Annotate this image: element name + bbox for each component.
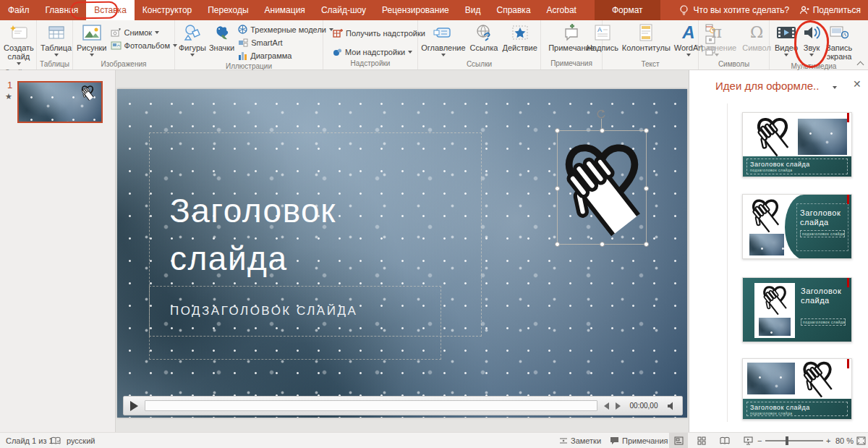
svg-text:A: A <box>597 26 602 33</box>
design-ideas-close-icon[interactable]: ✕ <box>853 78 861 90</box>
audio-step-forward-button[interactable] <box>616 402 621 410</box>
design-idea-3[interactable]: Заголовок слайда подзаголовок слайда <box>742 277 852 342</box>
get-addins-label: Получить надстройки <box>346 29 425 38</box>
fit-to-window-button[interactable] <box>856 433 866 448</box>
design-accent-mark <box>847 195 849 204</box>
3d-models-label: Трехмерные модели <box>250 25 326 34</box>
design-idea-4[interactable]: Заголовок слайда подзаголовок слайда <box>742 358 852 420</box>
textbox-button[interactable]: A Надпись <box>585 22 620 59</box>
resize-handle-w[interactable] <box>555 186 560 191</box>
audio-speaker-icon <box>802 22 821 43</box>
group-tables-label: Таблицы <box>37 59 72 69</box>
slide-editing-surface[interactable]: Заголовок слайда ПОДЗАГОЛОВОК СЛАЙДА <box>117 89 687 418</box>
resize-handle-ne[interactable] <box>644 128 649 133</box>
resize-handle-s[interactable] <box>600 242 605 247</box>
selected-icon-frame[interactable] <box>557 130 647 245</box>
comments-button[interactable]: Примечания <box>610 433 668 448</box>
view-slideshow-button[interactable] <box>739 433 757 448</box>
new-slide-caret <box>17 62 21 67</box>
design-ideas-caret[interactable] <box>833 86 837 91</box>
tab-design[interactable]: Конструктор <box>135 0 200 20</box>
shapes-label: Фигуры <box>179 43 206 52</box>
heart-hand-icon[interactable] <box>562 135 642 240</box>
zoom-in-button[interactable]: + <box>826 433 830 448</box>
resize-handle-n[interactable] <box>600 128 605 133</box>
tab-transitions[interactable]: Переходы <box>200 0 256 20</box>
zoom-slider-track[interactable] <box>765 440 823 441</box>
language-indicator[interactable]: русский <box>67 433 95 448</box>
photo-album-button[interactable]: Фотоальбом <box>109 39 180 51</box>
pictures-button[interactable]: Рисунки <box>75 22 109 59</box>
zoom-level[interactable]: 80 % <box>835 433 854 448</box>
my-addins-button[interactable]: Мои надстройки <box>331 46 427 58</box>
icons-button[interactable]: Значки <box>208 22 236 62</box>
design-accent-mark <box>847 113 849 122</box>
tab-acrobat[interactable]: Acrobat <box>539 0 584 20</box>
heart-hand-icon-mini <box>750 198 780 232</box>
chart-button[interactable]: Диаграмма <box>236 49 336 62</box>
slide-1-thumbnail[interactable] <box>17 81 103 123</box>
smartart-button[interactable]: SmartArt <box>236 36 336 48</box>
view-reading-button[interactable] <box>715 433 734 448</box>
tab-file[interactable]: Файл <box>0 0 38 20</box>
share-button[interactable]: Поделиться <box>799 0 861 20</box>
new-slide-button[interactable]: Создать слайд <box>2 22 35 68</box>
heart-hand-icon-mini <box>81 85 94 101</box>
view-sorter-button[interactable] <box>692 433 711 448</box>
tab-view[interactable]: Вид <box>457 0 489 20</box>
design-ideas-divider <box>727 103 728 422</box>
view-normal-button[interactable] <box>669 433 688 448</box>
3d-models-button[interactable]: Трехмерные модели <box>236 23 336 35</box>
tab-slideshow[interactable]: Слайд-шоу <box>313 0 374 20</box>
screen-recording-button[interactable]: Запись экрана <box>824 22 854 62</box>
resize-handle-se[interactable] <box>644 242 649 247</box>
group-comments-label: Примечания <box>541 59 602 69</box>
design-accent-mark <box>847 278 849 287</box>
design-accent-mark <box>847 359 849 368</box>
audio-step-back-button[interactable] <box>604 402 609 410</box>
design-idea-subtitle: подзаголовок слайда <box>801 318 846 326</box>
icons-bird-icon <box>213 22 231 43</box>
collapse-ribbon-button[interactable] <box>857 60 864 67</box>
tab-format[interactable]: Формат <box>595 0 660 20</box>
design-idea-subtitle: подзаголовок слайда <box>800 230 845 237</box>
toc-button[interactable]: Оглавление <box>420 22 467 59</box>
pictures-icon <box>82 22 102 43</box>
subtitle-placeholder[interactable]: ПОДЗАГОЛОВОК СЛАЙДА <box>149 286 441 360</box>
table-button[interactable]: Таблица <box>39 22 73 59</box>
audio-progress-track[interactable] <box>145 400 597 411</box>
notes-button[interactable]: Заметки <box>559 433 601 448</box>
get-addins-button[interactable]: Получить надстройки <box>331 27 427 39</box>
resize-handle-e[interactable] <box>644 186 649 191</box>
tell-me-search[interactable]: Что вы хотите сделать? <box>679 0 790 20</box>
spellcheck-icon[interactable] <box>51 433 61 448</box>
resize-handle-nw[interactable] <box>555 128 560 133</box>
zoom-out-button[interactable]: − <box>757 433 762 448</box>
tab-animations[interactable]: Анимация <box>257 0 313 20</box>
design-idea-subtitle: подзаголовок слайда <box>747 411 847 415</box>
tab-help[interactable]: Справка <box>488 0 538 20</box>
tab-review[interactable]: Рецензирование <box>374 0 457 20</box>
zoom-slider-thumb[interactable] <box>786 436 788 445</box>
shapes-button[interactable]: Фигуры <box>177 22 208 62</box>
design-idea-2[interactable]: Заголовок слайда подзаголовок слайда <box>742 194 852 259</box>
comments-icon <box>610 436 619 445</box>
design-idea-1[interactable]: Заголовок слайда подзаголовок слайда <box>742 112 852 177</box>
toc-icon <box>433 22 454 43</box>
headers-footers-label: Колонтитулы <box>622 43 671 52</box>
audio-play-button[interactable] <box>130 401 138 411</box>
video-button[interactable]: Видео <box>773 22 799 62</box>
screenshot-button[interactable]: Снимок <box>109 26 180 38</box>
tab-home[interactable]: Главная <box>38 0 87 20</box>
photo-album-icon <box>111 41 122 50</box>
tab-insert[interactable]: Вставка <box>86 0 135 20</box>
headers-footers-button[interactable]: Колонтитулы <box>621 22 672 59</box>
rotation-handle[interactable] <box>595 109 607 120</box>
audio-volume-icon[interactable] <box>667 402 676 410</box>
design-idea-image <box>749 234 784 255</box>
audio-button[interactable]: Звук <box>801 22 822 62</box>
link-button[interactable]: Ссылка <box>469 22 500 59</box>
resize-handle-sw[interactable] <box>555 242 560 247</box>
action-button[interactable]: Действие <box>501 22 538 59</box>
toc-caret <box>441 54 446 59</box>
